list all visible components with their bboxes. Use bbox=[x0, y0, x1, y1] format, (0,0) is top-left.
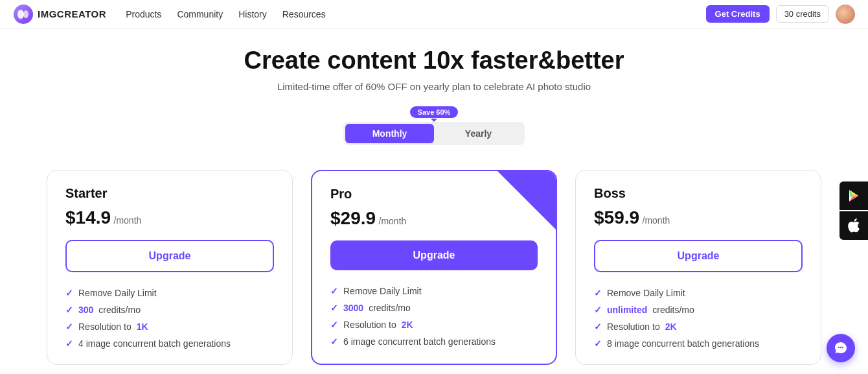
feature-text: 8 image concurrent batch generations bbox=[607, 338, 759, 349]
feature-text: credits/mo bbox=[652, 305, 694, 315]
feature-text: credits/mo bbox=[369, 303, 411, 313]
monthly-toggle[interactable]: Monthly bbox=[345, 124, 434, 143]
plans-section: Starter $14.9 /month Upgrade ✓ Remove Da… bbox=[0, 157, 868, 365]
feature-text: Remove Daily Limit bbox=[78, 288, 157, 298]
avatar-image bbox=[836, 5, 855, 24]
pro-feature-3: ✓ Resolution to 2K bbox=[330, 320, 538, 330]
toggle-buttons: Monthly Yearly bbox=[343, 122, 525, 145]
feature-text: Resolution to bbox=[78, 321, 131, 332]
chat-icon bbox=[834, 341, 848, 355]
feature-highlight: 3000 bbox=[343, 303, 363, 313]
check-icon: ✓ bbox=[330, 336, 338, 347]
pro-feature-4: ✓ 6 image concurrent batch generations bbox=[330, 336, 538, 347]
billing-toggle: Save 60% Monthly Yearly bbox=[13, 106, 855, 145]
side-app-buttons bbox=[839, 181, 868, 240]
boss-price: $59.9 /month bbox=[594, 207, 803, 228]
boss-feature-4: ✓ 8 image concurrent batch generations bbox=[594, 338, 803, 349]
feature-highlight: 1K bbox=[137, 321, 148, 332]
apple-store-button[interactable] bbox=[839, 211, 868, 240]
feature-text: 6 image concurrent batch generations bbox=[343, 336, 496, 347]
apple-icon bbox=[848, 218, 860, 233]
pro-amount: $29.9 bbox=[330, 208, 376, 228]
svg-point-8 bbox=[840, 347, 841, 348]
starter-feature-4: ✓ 4 image concurrent batch generations bbox=[65, 338, 274, 349]
boss-period: /month bbox=[643, 215, 670, 226]
check-icon: ✓ bbox=[594, 305, 602, 315]
yearly-toggle[interactable]: Yearly bbox=[434, 124, 523, 143]
starter-name: Starter bbox=[65, 186, 274, 201]
pro-upgrade-button[interactable]: Upgrade bbox=[330, 240, 538, 270]
navbar: IMGCREATOR Products Community History Re… bbox=[0, 0, 868, 29]
boss-name: Boss bbox=[594, 186, 803, 201]
check-icon: ✓ bbox=[594, 338, 602, 349]
nav-community[interactable]: Community bbox=[177, 9, 223, 19]
feature-text: Remove Daily Limit bbox=[343, 286, 422, 296]
nav-resources[interactable]: Resources bbox=[282, 9, 326, 19]
boss-features: ✓ Remove Daily Limit ✓ unlimited credits… bbox=[594, 288, 803, 349]
feature-highlight: 2K bbox=[402, 320, 413, 330]
starter-feature-1: ✓ Remove Daily Limit bbox=[65, 288, 274, 298]
check-icon: ✓ bbox=[330, 286, 338, 296]
pro-feature-1: ✓ Remove Daily Limit bbox=[330, 286, 538, 296]
check-icon: ✓ bbox=[594, 321, 602, 332]
feature-text: credits/mo bbox=[98, 305, 141, 315]
logo-icon bbox=[13, 4, 34, 25]
boss-feature-1: ✓ Remove Daily Limit bbox=[594, 288, 803, 298]
avatar[interactable] bbox=[836, 5, 855, 24]
boss-feature-3: ✓ Resolution to 2K bbox=[594, 321, 803, 332]
pro-price: $29.9 /month bbox=[330, 208, 538, 229]
check-icon: ✓ bbox=[330, 320, 338, 330]
pro-name: Pro bbox=[330, 187, 538, 202]
starter-amount: $14.9 bbox=[65, 207, 111, 228]
boss-upgrade-button[interactable]: Upgrade bbox=[594, 240, 803, 272]
plan-pro: Most Popular Pro $29.9 /month Upgrade ✓ … bbox=[311, 170, 557, 365]
hero-subtitle: Limited-time offer of 60% OFF on yearly … bbox=[13, 81, 855, 92]
feature-text: Resolution to bbox=[607, 321, 660, 332]
hero-section: Create content 10x faster&better Limited… bbox=[0, 29, 868, 157]
save-badge: Save 60% bbox=[410, 106, 459, 118]
feature-text: Remove Daily Limit bbox=[607, 288, 685, 298]
chat-button[interactable] bbox=[827, 334, 855, 362]
google-play-icon bbox=[847, 189, 861, 203]
check-icon: ✓ bbox=[594, 288, 602, 298]
svg-point-1 bbox=[17, 10, 24, 19]
feature-highlight: 2K bbox=[665, 321, 677, 332]
boss-amount: $59.9 bbox=[594, 207, 639, 228]
feature-text: Resolution to bbox=[343, 320, 396, 330]
svg-point-7 bbox=[838, 347, 839, 348]
boss-feature-2: ✓ unlimited credits/mo bbox=[594, 305, 803, 315]
pro-feature-2: ✓ 3000 credits/mo bbox=[330, 303, 538, 313]
starter-feature-3: ✓ Resolution to 1K bbox=[65, 321, 274, 332]
plan-boss: Boss $59.9 /month Upgrade ✓ Remove Daily… bbox=[575, 170, 821, 365]
logo-text: IMGCREATOR bbox=[38, 8, 106, 19]
check-icon: ✓ bbox=[65, 338, 73, 349]
check-icon: ✓ bbox=[65, 288, 73, 298]
starter-features: ✓ Remove Daily Limit ✓ 300 credits/mo ✓ … bbox=[65, 288, 274, 349]
nav-links: Products Community History Resources bbox=[126, 9, 705, 19]
feature-text: 4 image concurrent batch generations bbox=[78, 338, 231, 349]
starter-feature-2: ✓ 300 credits/mo bbox=[65, 305, 274, 315]
svg-point-9 bbox=[842, 347, 843, 348]
google-play-button[interactable] bbox=[839, 181, 868, 210]
starter-price: $14.9 /month bbox=[65, 207, 274, 228]
logo[interactable]: IMGCREATOR bbox=[13, 4, 106, 25]
credits-display: 30 credits bbox=[776, 5, 829, 23]
check-icon: ✓ bbox=[65, 321, 73, 332]
starter-upgrade-button[interactable]: Upgrade bbox=[65, 240, 274, 272]
nav-history[interactable]: History bbox=[238, 9, 267, 19]
nav-products[interactable]: Products bbox=[126, 9, 161, 19]
plan-starter: Starter $14.9 /month Upgrade ✓ Remove Da… bbox=[47, 170, 293, 365]
pro-features: ✓ Remove Daily Limit ✓ 3000 credits/mo ✓… bbox=[330, 286, 538, 347]
check-icon: ✓ bbox=[65, 305, 73, 315]
svg-point-2 bbox=[23, 10, 29, 18]
pro-period: /month bbox=[379, 216, 407, 226]
get-credits-button[interactable]: Get Credits bbox=[706, 5, 770, 23]
starter-period: /month bbox=[114, 215, 142, 226]
hero-title: Create content 10x faster&better bbox=[13, 47, 855, 75]
feature-highlight: 300 bbox=[78, 305, 93, 315]
feature-highlight: unlimited bbox=[607, 305, 647, 315]
check-icon: ✓ bbox=[330, 303, 338, 313]
nav-right: Get Credits 30 credits bbox=[706, 5, 855, 24]
